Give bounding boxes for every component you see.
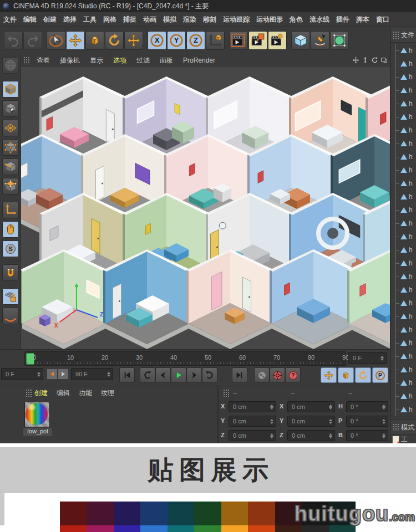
panel-grip-icon[interactable]: [23, 57, 30, 64]
key-parameter-toggle[interactable]: P: [372, 367, 388, 383]
object-row[interactable]: h: [396, 203, 416, 217]
attribute-manager-menu[interactable]: 模式: [401, 423, 414, 432]
key-position-toggle[interactable]: [321, 367, 337, 383]
workplane-rotate-button[interactable]: [2, 308, 19, 324]
panel-grip-icon[interactable]: [393, 423, 399, 431]
panel-grip-icon[interactable]: [26, 389, 32, 397]
object-row[interactable]: h: [396, 376, 416, 390]
material-menu-功能[interactable]: 功能: [79, 388, 92, 398]
material-thumbnail[interactable]: [24, 402, 50, 427]
model-mode-button[interactable]: [2, 81, 19, 98]
lock-x-axis[interactable]: X: [148, 31, 166, 50]
goto-prev-key-button[interactable]: [140, 367, 155, 383]
material-menu-纹理[interactable]: 纹理: [101, 388, 114, 398]
menu-item-网格[interactable]: 网格: [100, 15, 120, 24]
lock-z-axis[interactable]: Z: [186, 31, 205, 50]
coord-field-H0[interactable]: 0 °: [346, 401, 388, 412]
object-row[interactable]: h: [396, 97, 416, 110]
viewport-menu-显示[interactable]: 显示: [85, 56, 108, 65]
viewport-menu-ProRender[interactable]: ProRender: [178, 57, 220, 64]
edges-mode-button[interactable]: [2, 158, 19, 175]
viewport-menu-过滤[interactable]: 过滤: [131, 56, 155, 65]
subdivision-surface-button[interactable]: [330, 31, 349, 50]
coord-field-Y1[interactable]: 0 cm: [287, 416, 335, 427]
last-used-tool[interactable]: [124, 31, 143, 50]
undo-button[interactable]: [4, 31, 23, 50]
object-row[interactable]: h: [396, 363, 416, 376]
object-row[interactable]: h: [396, 110, 416, 124]
object-row[interactable]: h: [396, 44, 416, 57]
menu-item-选择[interactable]: 选择: [60, 15, 80, 24]
viewport-pan-icon[interactable]: [352, 57, 359, 64]
timeline-frame-dropdown[interactable]: 0 F: [348, 352, 387, 364]
viewport-menu-面板[interactable]: 面板: [155, 56, 178, 65]
object-row[interactable]: h: [396, 350, 416, 363]
tweak-mode-button[interactable]: [2, 221, 19, 238]
goto-next-key-button[interactable]: [202, 367, 217, 383]
coord-field-P1[interactable]: 0 °: [346, 416, 388, 427]
object-row[interactable]: h: [396, 70, 416, 84]
lock-y-axis[interactable]: Y: [167, 31, 186, 50]
menu-item-文件[interactable]: 文件: [0, 15, 20, 24]
menu-item-运动图形[interactable]: 运动图形: [253, 15, 286, 24]
object-row[interactable]: h: [396, 163, 416, 177]
key-scale-toggle[interactable]: [338, 367, 354, 383]
goto-end-button[interactable]: [232, 367, 247, 383]
live-select-tool[interactable]: [47, 31, 65, 50]
goto-start-button[interactable]: [119, 367, 135, 383]
coord-field-Z2[interactable]: 0 cm: [229, 430, 276, 441]
snap-button[interactable]: [2, 264, 19, 281]
enable-axis-button[interactable]: [2, 202, 19, 218]
prev-frame-button[interactable]: [155, 367, 171, 383]
object-row[interactable]: h: [396, 336, 416, 350]
object-row[interactable]: h: [396, 150, 416, 163]
menu-item-脚本[interactable]: 脚本: [353, 15, 373, 24]
keyframe-options-button[interactable]: ?: [285, 367, 301, 383]
scale-tool[interactable]: [85, 31, 104, 50]
menu-item-运动跟踪[interactable]: 运动跟踪: [220, 15, 253, 24]
viewport-canvas[interactable]: XZ: [21, 67, 390, 349]
redo-button[interactable]: [23, 31, 42, 50]
frame-forward-nudge-button[interactable]: [58, 369, 69, 380]
object-row[interactable]: h: [396, 217, 416, 230]
spline-pen-button[interactable]: [311, 31, 329, 50]
menu-item-创建[interactable]: 创建: [40, 15, 60, 24]
rotate-tool[interactable]: [105, 31, 124, 50]
render-picture-viewer-button[interactable]: [248, 31, 267, 50]
menu-item-雕刻[interactable]: 雕刻: [200, 15, 220, 24]
object-row[interactable]: h: [396, 84, 416, 97]
material-menu-创建[interactable]: 创建: [34, 388, 48, 398]
polygons-mode-button[interactable]: [2, 178, 19, 195]
spinner-icon[interactable]: [381, 356, 384, 361]
object-row[interactable]: h: [396, 310, 416, 323]
next-frame-button[interactable]: [186, 367, 202, 383]
panel-grip-icon[interactable]: [393, 31, 399, 39]
coordinate-system[interactable]: [206, 31, 225, 50]
menu-item-动画[interactable]: 动画: [140, 15, 160, 24]
texture-mode-button[interactable]: [2, 100, 19, 117]
object-row[interactable]: h: [396, 403, 416, 416]
attribute-project-item[interactable]: 工: [390, 435, 416, 443]
viewport-menu-摄像机[interactable]: 摄像机: [55, 56, 85, 65]
render-settings-button[interactable]: [268, 31, 287, 50]
object-row[interactable]: h: [396, 323, 416, 336]
viewport-toggle-icon[interactable]: [381, 57, 388, 64]
coord-field-X0[interactable]: 0 cm: [287, 401, 335, 412]
spinner-icon[interactable]: [37, 372, 40, 377]
record-keyframe-button[interactable]: [254, 367, 270, 383]
viewport-zoom-icon[interactable]: [362, 57, 369, 64]
object-row[interactable]: h: [396, 270, 416, 283]
menu-item-角色[interactable]: 角色: [286, 15, 306, 24]
viewport-menu-选项[interactable]: 选项: [108, 56, 131, 65]
render-view-button[interactable]: [229, 31, 248, 50]
menu-item-渲染[interactable]: 渲染: [180, 15, 200, 24]
object-row[interactable]: h: [396, 230, 416, 243]
menu-item-流水线[interactable]: 流水线: [306, 15, 333, 24]
menu-item-窗口[interactable]: 窗口: [373, 15, 393, 24]
menu-item-捕捉[interactable]: 捕捉: [120, 15, 140, 24]
add-primitive-button[interactable]: [291, 31, 310, 50]
object-row[interactable]: h: [396, 177, 416, 190]
panel-grip-icon[interactable]: [223, 389, 230, 397]
material-name[interactable]: low_pol: [23, 428, 52, 436]
coord-field-Y1[interactable]: 0 cm: [229, 416, 276, 427]
